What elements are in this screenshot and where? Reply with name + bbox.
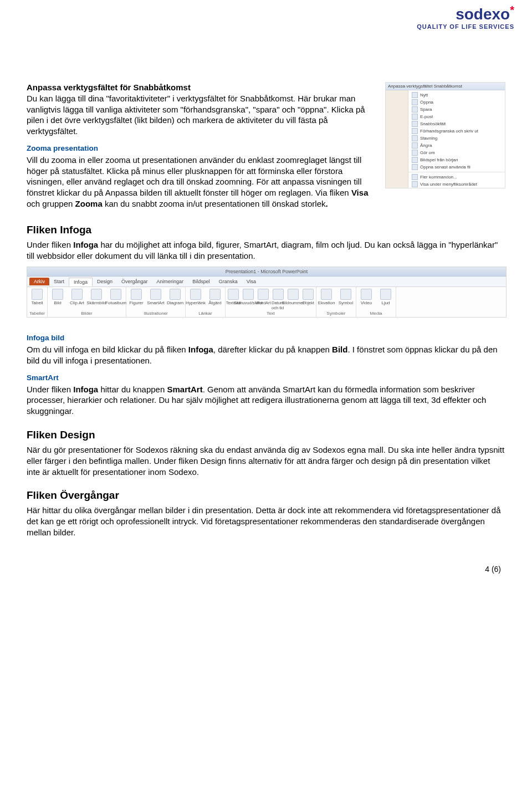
para-fliken-overgangar: Här hittar du olika övergångar mellan bi…: [27, 505, 505, 538]
ribbon-button: Ekvation: [318, 289, 335, 305]
dropdown-item: Snabbsökfält: [408, 120, 505, 127]
ribbon-group: VideoLjudMedia: [356, 287, 396, 317]
ribbon-button: Diagram: [166, 289, 184, 305]
ribbon-group: HyperlänkÅtgärdLänkar: [186, 287, 226, 317]
heading-smartart: SmartArt: [27, 373, 505, 383]
heading-fliken-design: Fliken Design: [27, 429, 505, 441]
page-number: 4 (6): [27, 565, 505, 574]
ribbon-button-icon: [303, 289, 314, 300]
ribbon-button-icon: [380, 289, 391, 300]
ribbon-button: Tabell: [28, 289, 46, 305]
dropdown-title: Anpassa verktygsfältet Snabbåtkomst: [386, 83, 505, 90]
ribbon-button: SmartArt: [147, 289, 165, 305]
logo-name: sodexo: [456, 6, 510, 23]
ribbon-button-icon: [190, 289, 201, 300]
ribbon-button-icon: [273, 289, 284, 300]
ribbon-button: Clip Art: [68, 289, 86, 305]
ribbon-button: Hyperlänk: [187, 289, 204, 305]
ribbon-tab: Bildspel: [188, 278, 214, 285]
dropdown-item: E-post: [408, 113, 505, 120]
dropdown-item: Förhandsgranska och skriv ut: [408, 127, 505, 135]
heading-fliken-overgangar: Fliken Övergångar: [27, 489, 505, 502]
ribbon-tab: Visa: [242, 278, 260, 285]
ribbon-tab: Övergångar: [117, 278, 152, 285]
ribbon-button: WordArt: [257, 289, 270, 305]
ribbon-button-icon: [243, 289, 254, 300]
ribbon-button: Figurer: [127, 289, 145, 305]
ribbon-tabs: ArkivStartInfogaDesignÖvergångarAnimerin…: [27, 277, 506, 287]
dropdown-item: Fler kommandon...: [408, 173, 505, 181]
ribbon-button-icon: [288, 289, 299, 300]
ribbon-button: Ljud: [377, 289, 395, 305]
dropdown-item: Gör om: [408, 149, 505, 156]
dropdown-item: Spara: [408, 106, 505, 113]
star-icon: *: [510, 4, 514, 16]
logo-tagline: QUALITY OF LIFE SERVICES: [417, 23, 514, 30]
ribbon-button: Bild: [49, 289, 66, 305]
heading-fliken-infoga: Fliken Infoga: [27, 224, 505, 236]
ribbon-groups: TabellTabellerBildClip ArtSkärmbildFotoa…: [27, 287, 506, 317]
ribbon-button: Skärmbild: [88, 289, 105, 305]
ribbon-tab: Arkiv: [29, 278, 49, 285]
ribbon-button-icon: [321, 289, 332, 300]
ribbon-button-icon: [258, 289, 269, 300]
screenshot-quick-access-dropdown: Anpassa verktygsfältet Snabbåtkomst Nytt…: [385, 82, 505, 188]
ribbon-button: Åtgärd: [206, 289, 224, 305]
ribbon-button: Video: [357, 289, 375, 305]
logo: sodexo* QUALITY OF LIFE SERVICES: [417, 7, 514, 30]
heading-infoga-bild: Infoga bild: [27, 333, 505, 343]
dropdown-item: Nytt: [408, 91, 505, 99]
para-fliken-design: När du gör presentationer för Sodexos rä…: [27, 444, 505, 477]
dropdown-item: Öppna: [408, 99, 505, 106]
para-smartart: Under fliken Infoga hittar du knappen Sm…: [27, 384, 505, 417]
dropdown-item: Stavning: [408, 135, 505, 142]
ribbon-button-icon: [71, 289, 83, 300]
ribbon-tab: Infoga: [69, 278, 93, 287]
ribbon-tab: Animeringar: [152, 278, 188, 285]
ribbon-button-icon: [340, 289, 351, 300]
logo-text: sodexo*: [417, 7, 514, 22]
ribbon-title: Presentation1 - Microsoft PowerPoint: [27, 267, 506, 277]
ribbon-button: Bildnummer: [287, 289, 300, 305]
ribbon-button: Symbol: [337, 289, 355, 305]
ribbon-button-icon: [209, 289, 221, 300]
ribbon-button-icon: [150, 289, 161, 300]
ribbon-button: Objekt: [301, 289, 315, 305]
ribbon-button-icon: [110, 289, 121, 300]
ribbon-group: FigurerSmartArtDiagramIllustrationer: [126, 287, 186, 317]
ribbon-group: EkvationSymbolSymboler: [316, 287, 356, 317]
ribbon-group: TextrutaSidhuvud/sidfotWordArtDatum och …: [226, 287, 316, 317]
ribbon-button-icon: [131, 289, 142, 300]
ribbon-button: Sidhuvud/sidfot: [242, 289, 255, 305]
ribbon-button: Datum och tid: [272, 289, 285, 310]
ribbon-tab: Start: [49, 278, 69, 285]
ribbon-tab: Design: [93, 278, 117, 285]
ribbon-button-icon: [361, 289, 372, 300]
ribbon-group: TabellTabeller: [27, 287, 48, 317]
ribbon-tab: Granska: [214, 278, 242, 285]
dropdown-item: Ångra: [408, 142, 505, 149]
ribbon-button-icon: [228, 289, 239, 300]
ribbon-group: BildClip ArtSkärmbildFotoalbumBilder: [48, 287, 126, 317]
para-fliken-infoga: Under fliken Infoga har du möjlighet att…: [27, 239, 505, 262]
ribbon-button-icon: [52, 289, 63, 300]
para-infoga-bild: Om du vill infoga en bild klickar du på …: [27, 344, 505, 366]
ribbon-button-icon: [32, 289, 43, 300]
dropdown-item: Öppna senast använda fil: [408, 163, 505, 171]
dropdown-item: Visa under menyfliksområdet: [408, 181, 505, 188]
ribbon-button-icon: [170, 289, 181, 300]
screenshot-infoga-ribbon: Presentation1 - Microsoft PowerPoint Ark…: [27, 267, 507, 318]
ribbon-button-icon: [91, 289, 102, 300]
ribbon-button: Fotoalbum: [107, 289, 125, 305]
dropdown-item: Bildspel från början: [408, 156, 505, 163]
